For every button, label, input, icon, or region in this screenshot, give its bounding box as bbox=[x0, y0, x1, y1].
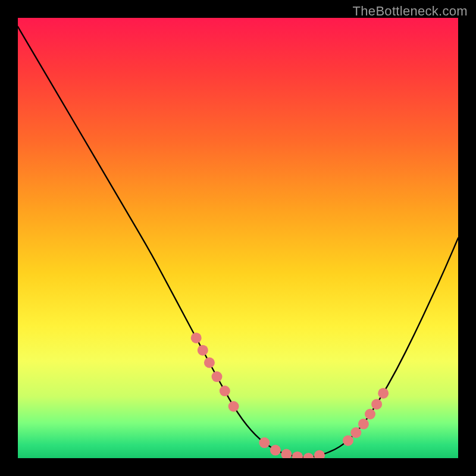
curve-markers bbox=[191, 333, 389, 458]
curve-marker bbox=[350, 427, 361, 438]
curve-marker bbox=[220, 386, 230, 396]
curve-marker bbox=[281, 449, 292, 459]
curve-marker bbox=[358, 419, 369, 430]
curve-marker bbox=[259, 437, 270, 448]
chart-frame: TheBottleneck.com bbox=[0, 0, 476, 476]
curve-marker bbox=[303, 453, 314, 458]
curve-marker bbox=[292, 452, 303, 458]
curve-marker bbox=[191, 333, 202, 343]
bottleneck-curve bbox=[18, 27, 458, 458]
curve-marker bbox=[343, 435, 353, 446]
curve-marker bbox=[212, 371, 223, 382]
curve-marker bbox=[371, 399, 382, 409]
curve-marker bbox=[365, 409, 375, 419]
curve-marker bbox=[378, 388, 389, 399]
curve-marker bbox=[228, 401, 239, 412]
curve-marker bbox=[198, 345, 208, 356]
curve-marker bbox=[270, 445, 281, 456]
curve-marker bbox=[204, 358, 215, 368]
curve-svg bbox=[18, 18, 458, 458]
plot-area bbox=[18, 18, 458, 458]
curve-marker bbox=[314, 450, 325, 458]
watermark-text: TheBottleneck.com bbox=[353, 4, 468, 19]
